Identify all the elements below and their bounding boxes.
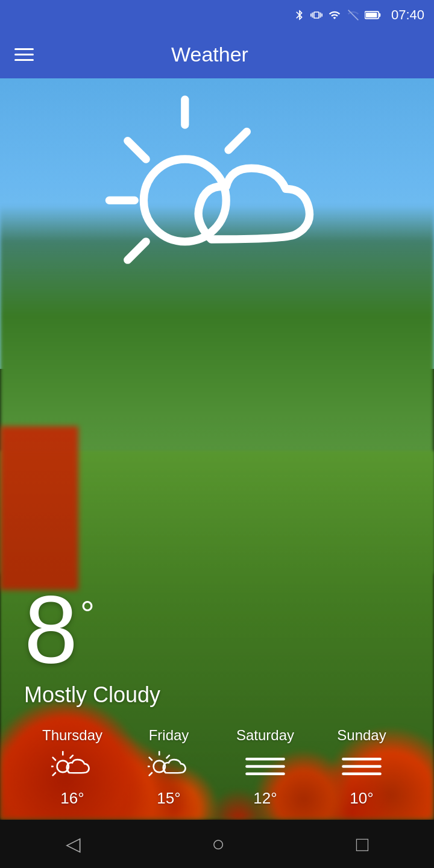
status-icons: 07:40 — [294, 7, 424, 23]
forecast-thursday-icon — [51, 750, 93, 783]
forecast-row: Thursday 16° Friday — [24, 727, 410, 808]
forecast-thursday-name: Thursday — [42, 727, 102, 744]
forecast-friday-name: Friday — [149, 727, 189, 744]
forecast-sunday: Sunday 10° — [313, 727, 410, 808]
wifi-icon — [327, 9, 342, 21]
forecast-thursday: Thursday 16° — [24, 727, 121, 808]
forecast-saturday-temp: 12° — [253, 789, 277, 808]
forecast-sunday-icon — [341, 750, 383, 783]
status-bar: 07:40 — [0, 0, 434, 30]
svg-line-14 — [71, 755, 73, 758]
forecast-sunday-name: Sunday — [337, 727, 386, 744]
forecast-friday: Friday 15° — [121, 727, 217, 808]
bluetooth-icon — [294, 9, 306, 21]
app-title: Weather — [0, 43, 420, 66]
app-bar: Weather — [0, 30, 434, 78]
forecast-friday-temp: 15° — [157, 789, 180, 808]
nav-home-button[interactable] — [212, 831, 225, 857]
forecast-saturday: Saturday 12° — [217, 727, 313, 808]
temperature-degree: ° — [80, 593, 95, 635]
bottom-nav — [0, 820, 434, 868]
forecast-friday-icon — [148, 750, 190, 783]
forecast-saturday-name: Saturday — [236, 727, 294, 744]
weather-description: Mostly Cloudy — [24, 682, 410, 708]
svg-line-11 — [53, 758, 55, 760]
signal-icon — [347, 9, 360, 21]
vibrate-icon — [310, 9, 322, 21]
battery-icon — [365, 9, 382, 21]
forecast-sunday-temp: 10° — [350, 789, 373, 808]
forecast-saturday-icon — [244, 750, 286, 783]
status-time: 07:40 — [391, 7, 424, 23]
forecast-thursday-temp: 16° — [60, 789, 84, 808]
svg-line-19 — [149, 773, 152, 775]
temperature-value: 8 — [24, 581, 78, 678]
svg-line-20 — [167, 755, 169, 758]
svg-rect-2 — [379, 13, 380, 17]
nav-back-button[interactable] — [66, 832, 81, 855]
svg-line-13 — [53, 773, 55, 775]
main-content: 8 ° Mostly Cloudy Thursday 16° Friday — [0, 78, 434, 820]
temperature-row: 8 ° — [24, 581, 410, 678]
svg-rect-3 — [366, 13, 377, 17]
svg-line-17 — [149, 758, 152, 760]
nav-recent-button[interactable] — [356, 832, 369, 856]
